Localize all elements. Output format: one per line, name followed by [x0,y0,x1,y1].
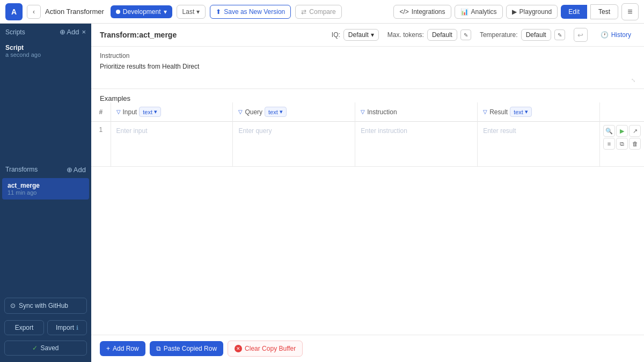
max-tokens-label: Max. tokens: [387,31,424,39]
transform-prefix: Transform: [100,31,139,39]
top-navbar: A ‹ Action Transformer Development ▾ Las… [0,0,644,24]
row-instruction-field[interactable] [355,122,477,165]
row-input-field[interactable] [111,122,233,165]
scripts-label: Scripts [5,28,25,36]
resize-handle[interactable]: ⤡ [100,77,635,83]
transform-subtitle: 11 min ago [8,189,84,196]
history-label: History [611,31,631,39]
paste-row-label: Paste Copied Row [164,345,217,352]
info-icon: ℹ [76,324,78,331]
nav-right-actions: </> Integrations 📊 Analytics ▶ Playgroun… [393,3,639,20]
chevron-down-icon: ▾ [164,8,167,16]
max-tokens-select[interactable]: Default [427,29,457,41]
edit-button[interactable]: Edit [561,5,587,19]
chevron-down-icon: ▾ [196,8,200,16]
result-type-select[interactable]: text ▾ [510,107,532,117]
col-result: ▽ Result text ▾ [478,102,600,122]
analytics-button[interactable]: 📊 Analytics [455,5,503,19]
max-tokens-value: Default [432,31,452,39]
analytics-icon: 📊 [460,8,469,16]
add-row-label: Add Row [113,345,139,352]
max-tokens-edit-button[interactable]: ✎ [460,29,471,40]
playground-label: Playground [519,8,552,16]
instruction-input[interactable] [100,63,635,76]
copy-row-button[interactable]: ⧉ [616,138,628,150]
table-header-row: # ▽ Input text ▾ [91,102,644,122]
compare-button[interactable]: ⇄ Compare [295,5,341,19]
examples-area: Examples # ▽ Input text [91,89,644,335]
sidebar: Scripts ⊕ Add × Script a second ago Tran… [0,24,91,362]
add-transform-button[interactable]: ⊕ Add [67,166,86,174]
sync-github-button[interactable]: ⊙ Sync with GitHub [4,298,87,314]
row-result-cell [478,122,600,167]
collapse-scripts-button[interactable]: × [82,28,86,36]
branch-button[interactable]: Development ▾ [111,5,172,18]
clear-icon: ✕ [235,345,242,352]
row-result-field[interactable] [478,122,599,165]
query-type-value: text [268,109,278,115]
main-content: Transform:act_merge IQ: Default ▾ Max. t… [91,24,644,362]
add-script-button[interactable]: ⊕ Add [60,28,79,36]
temperature-label: Temperature: [480,31,518,39]
add-row-button[interactable]: + Add Row [100,341,145,356]
row-input-cell [111,122,233,167]
input-type-select[interactable]: text ▾ [139,107,161,117]
script-title: Script [5,44,86,51]
run-row-button[interactable]: ▶ [616,125,628,137]
chevron-down-icon: ▾ [154,108,157,115]
iq-value: Default [348,31,369,39]
app-logo: A [5,3,23,20]
col-input: ▽ Input text ▾ [111,102,233,122]
save-as-new-version-button[interactable]: ⬆ Save as New Version [210,5,291,19]
temperature-edit-button[interactable]: ✎ [554,29,565,40]
clock-icon: 🕐 [601,31,609,39]
row-action-cell: 🔍 ▶ ↗ ≡ ⧉ 🗑 [600,122,645,167]
sidebar-item-script[interactable]: Script a second ago [0,40,91,62]
row-num: 1 [91,122,111,167]
plus-icon: + [106,345,110,352]
iq-label: IQ: [332,31,340,39]
col-query-label: Query [245,108,262,116]
iq-select[interactable]: Default ▾ [343,29,379,41]
paste-copied-row-button[interactable]: ⧉ Paste Copied Row [150,341,223,356]
integrations-button[interactable]: </> Integrations [393,5,451,19]
row-query-field[interactable] [233,122,355,165]
import-button[interactable]: Import ℹ [47,320,87,335]
branch-dot [116,10,120,14]
export-row-button[interactable]: ↗ [629,125,641,137]
instruction-label: Instruction [100,52,635,60]
last-label: Last [182,8,195,16]
compare-label: Compare [309,8,335,16]
back-button[interactable]: ‹ [27,5,41,19]
history-button[interactable]: 🕐 History [596,29,635,40]
undo-button[interactable]: ↩ [574,28,588,42]
temperature-field: Temperature: Default ✎ [480,29,565,41]
transform-title: Transform:act_merge [100,31,177,39]
last-button[interactable]: Last ▾ [177,5,206,19]
search-row-button[interactable]: 🔍 [603,125,615,137]
instruction-area: Instruction ⤡ [91,47,644,89]
col-query: ▽ Query text ▾ [233,102,355,122]
menu-button[interactable]: ≡ [621,3,639,20]
main-layout: Scripts ⊕ Add × Script a second ago Tran… [0,24,644,362]
col-input-label: Input [123,108,137,116]
iq-field: IQ: Default ▾ [332,29,379,41]
sidebar-item-act-merge[interactable]: act_merge 11 min ago [2,178,89,200]
playground-button[interactable]: ▶ Playground [506,5,558,19]
delete-row-button[interactable]: 🗑 [629,138,641,150]
saved-indicator: ✓ Saved [4,341,87,356]
input-type-value: text [143,109,152,115]
filter-icon: ▽ [238,109,243,115]
chevron-down-icon: ▾ [525,108,528,115]
list-row-button[interactable]: ≡ [603,138,615,150]
transforms-section-header: Transforms ⊕ Add [0,161,91,178]
clear-copy-buffer-button[interactable]: ✕ Clear Copy Buffer [228,341,303,357]
script-subtitle: a second ago [5,51,86,58]
query-type-select[interactable]: text ▾ [265,107,287,117]
export-button[interactable]: Export [4,320,44,335]
transform-title: act_merge [8,182,84,189]
test-button[interactable]: Test [590,4,618,19]
bottom-bar: + Add Row ⧉ Paste Copied Row ✕ Clear Cop… [91,335,644,362]
transform-name: act_merge [139,31,177,39]
temperature-select[interactable]: Default [521,29,551,41]
